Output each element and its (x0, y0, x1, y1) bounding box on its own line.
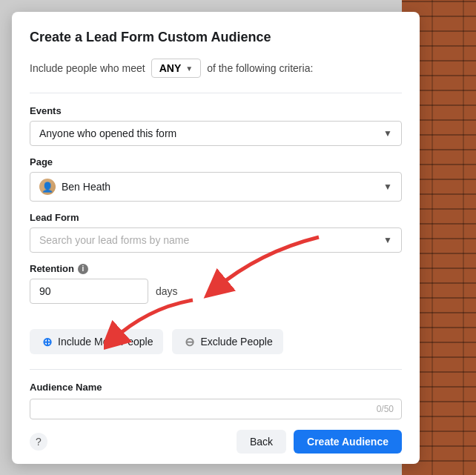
footer-row: ? Back Create Audience (30, 430, 402, 454)
char-count: 0/50 (377, 404, 394, 414)
lead-form-label: Lead Form (30, 212, 402, 223)
retention-label-text: Retention (30, 263, 74, 274)
any-label: ANY (159, 62, 182, 74)
events-arrow-icon: ▼ (383, 128, 392, 139)
any-dropdown[interactable]: ANY ▼ (151, 59, 201, 78)
modal: Create a Lead Form Custom Audience Inclu… (12, 12, 420, 464)
any-dropdown-arrow: ▼ (185, 64, 193, 73)
exclude-btn-label: Exclude People (200, 336, 272, 348)
lead-form-field: Lead Form Search your lead forms by name… (30, 212, 402, 253)
info-icon[interactable]: i (78, 264, 88, 274)
audience-name-label: Audience Name (30, 382, 402, 393)
events-value: Anyone who opened this form (39, 127, 176, 139)
include-more-button[interactable]: ⊕ Include More People (30, 329, 163, 354)
retention-input[interactable] (30, 279, 148, 304)
exclude-people-button[interactable]: ⊖ Exclude People (172, 329, 282, 354)
page-select[interactable]: 👤 Ben Heath ▼ (30, 172, 402, 202)
criteria-prefix: Include people who meet (30, 62, 145, 74)
divider (30, 93, 402, 93)
criteria-row: Include people who meet ANY ▼ of the fol… (30, 59, 402, 78)
retention-field: Retention i days (30, 263, 402, 304)
page-label: Page (30, 156, 402, 167)
events-label: Events (30, 105, 402, 116)
events-field: Events Anyone who opened this form ▼ (30, 105, 402, 146)
include-icon: ⊕ (40, 335, 53, 348)
footer-buttons: Back Create Audience (237, 430, 402, 454)
criteria-suffix: of the following criteria: (207, 62, 313, 74)
bottom-section: Audience Name 0/50 ? Back Create Audienc… (30, 369, 402, 454)
audience-name-input-row: 0/50 (30, 399, 402, 419)
lead-form-select[interactable]: Search your lead forms by name ▼ (30, 227, 402, 253)
actions-row: ⊕ Include More People ⊖ Exclude People (30, 329, 402, 354)
include-btn-label: Include More People (58, 336, 153, 348)
retention-row: days (30, 279, 402, 304)
days-label: days (156, 285, 178, 297)
exclude-icon: ⊖ (182, 335, 196, 348)
help-icon[interactable]: ? (30, 433, 47, 451)
retention-label: Retention i (30, 263, 402, 274)
page-field: Page 👤 Ben Heath ▼ (30, 156, 402, 202)
lead-form-arrow-icon: ▼ (383, 235, 392, 245)
create-button[interactable]: Create Audience (294, 430, 402, 454)
avatar: 👤 (39, 179, 56, 195)
page-select-inner: 👤 Ben Heath (39, 179, 110, 195)
back-button[interactable]: Back (237, 430, 286, 454)
events-select[interactable]: Anyone who opened this form ▼ (30, 121, 402, 146)
page-value: Ben Heath (62, 181, 110, 193)
modal-title: Create a Lead Form Custom Audience (30, 30, 402, 45)
page-arrow-icon: ▼ (383, 182, 392, 192)
lead-form-placeholder: Search your lead forms by name (39, 234, 189, 246)
